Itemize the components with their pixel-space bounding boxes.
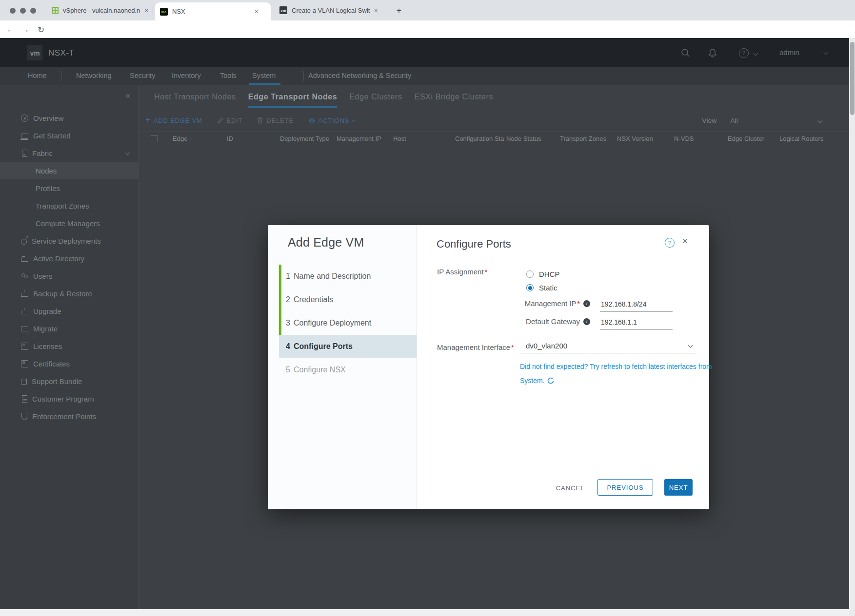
sidebar-item-get-started[interactable]: Get Started	[0, 127, 138, 144]
page-scrollbar[interactable]	[849, 38, 855, 616]
step-name-and-description[interactable]: 1Name and Description	[279, 265, 417, 288]
dialog-close-icon[interactable]: ×	[682, 236, 688, 247]
radio-selected-icon[interactable]	[526, 284, 534, 291]
help-icon[interactable]: ?	[739, 48, 749, 58]
sidebar-item-nodes[interactable]: Nodes	[0, 162, 138, 179]
default-gateway-input[interactable]: 192.168.1.1	[600, 318, 673, 330]
notifications-bell-icon[interactable]	[708, 48, 717, 59]
sidebar-item-licenses[interactable]: Licenses	[0, 337, 138, 355]
sidebar-item-profiles[interactable]: Profiles	[0, 179, 138, 197]
sidebar-item-customer-program[interactable]: Customer Program	[0, 390, 138, 407]
column-host[interactable]: Host	[393, 135, 406, 142]
sidebar-item-overview[interactable]: Overview	[0, 109, 138, 127]
sidebar-item-backup-restore[interactable]: Backup & Restore	[0, 285, 138, 302]
nav-item-networking[interactable]: Networking	[76, 72, 112, 79]
next-button[interactable]: NEXT	[664, 479, 693, 496]
window-close-button[interactable]	[10, 8, 16, 14]
column-node-status[interactable]: Node Status	[506, 135, 541, 142]
user-menu[interactable]: admin	[779, 48, 799, 57]
sidebar-item-migrate[interactable]: Migrate	[0, 320, 138, 337]
browser-tab-vlan-switch[interactable]: vm Create a VLAN Logical Switch | ×	[275, 0, 387, 20]
tab-close-icon[interactable]: ×	[374, 7, 378, 14]
column-deployment-type[interactable]: Deployment Type	[280, 135, 335, 142]
column-edge[interactable]: Edge ↑	[173, 135, 193, 142]
step-configure-ports[interactable]: 4Configure Ports	[279, 335, 417, 358]
tab-esxi-bridge-clusters[interactable]: ESXi Bridge Clusters	[415, 85, 493, 109]
delete-label: DELETE	[266, 117, 293, 124]
radio-unselected-icon[interactable]	[526, 270, 534, 278]
management-ip-input[interactable]: 192.168.1.8/24	[600, 300, 673, 312]
sidebar-item-service-deployments[interactable]: Service Deployments	[0, 232, 138, 250]
info-icon[interactable]: i	[583, 300, 590, 307]
column-edge-cluster[interactable]: Edge Cluster	[728, 135, 764, 142]
step-configure-deployment[interactable]: 3Configure Deployment	[279, 311, 417, 335]
column-id[interactable]: ID	[227, 135, 233, 142]
sidebar-item-label: Compute Managers	[36, 219, 100, 228]
sidebar-item-upgrade[interactable]: Upgrade	[0, 302, 138, 320]
sidebar-item-compute-managers[interactable]: Compute Managers	[0, 214, 138, 232]
refresh-interfaces-link[interactable]: Did not find expected? Try refresh to fe…	[520, 360, 715, 388]
browser-tab-nsx[interactable]: NSX NSX ×	[155, 2, 271, 20]
delete-button[interactable]: DELETE	[257, 117, 293, 124]
sidebar-item-fabric[interactable]: Fabric	[0, 144, 138, 162]
window-minimize-button[interactable]	[20, 8, 26, 14]
sidebar-item-users[interactable]: Users	[0, 267, 138, 285]
help-chevron-icon[interactable]	[754, 51, 758, 56]
vsphere-favicon-icon	[52, 7, 59, 14]
tab-host-transport-nodes[interactable]: Host Transport Nodes	[154, 85, 236, 109]
sort-ascending-icon: ↑	[189, 135, 193, 142]
nav-item-tools[interactable]: Tools	[220, 72, 237, 79]
window-zoom-button[interactable]	[30, 8, 36, 14]
view-dropdown-chevron-icon[interactable]	[818, 118, 823, 123]
nav-item-advanced[interactable]: Advanced Networking & Security	[308, 72, 411, 79]
sidebar-item-label: Certificates	[33, 360, 70, 368]
new-tab-button[interactable]: +	[393, 5, 405, 17]
tab-close-icon[interactable]: ×	[144, 7, 148, 14]
user-chevron-icon[interactable]	[824, 50, 829, 55]
nsx-favicon-icon: NSX	[160, 8, 168, 16]
info-icon[interactable]: i	[583, 318, 590, 325]
tab-close-icon[interactable]: ×	[255, 8, 258, 15]
static-radio-option[interactable]: Static	[526, 284, 557, 292]
actions-menu-button[interactable]: ACTIONS	[308, 117, 355, 124]
main-nav: Home Networking Security Inventory Tools…	[0, 67, 849, 85]
column-nsx-version[interactable]: NSX Version	[617, 135, 653, 142]
column-transport-zones[interactable]: Transport Zones	[560, 135, 606, 142]
tab-edge-transport-nodes[interactable]: Edge Transport Nodes	[248, 85, 338, 109]
dhcp-radio-option[interactable]: DHCP	[526, 270, 560, 278]
static-label: Static	[539, 284, 557, 292]
step-credentials[interactable]: 2Credentials	[279, 288, 417, 311]
column-configuration-state[interactable]: Configuration Sta	[455, 135, 504, 142]
management-interface-select[interactable]: dv0_vlan200	[520, 339, 696, 353]
step-heading: Configure Ports	[437, 238, 511, 250]
sidebar-collapse-icon[interactable]: «	[126, 91, 130, 100]
sidebar-item-active-directory[interactable]: Active Directory	[0, 250, 138, 267]
column-management-ip[interactable]: Management IP	[337, 135, 381, 142]
forward-icon[interactable]: →	[20, 24, 31, 36]
select-all-checkbox[interactable]	[151, 135, 158, 142]
dialog-help-icon[interactable]: ?	[665, 238, 675, 248]
refresh-icon[interactable]	[547, 377, 555, 385]
tab-edge-clusters[interactable]: Edge Clusters	[349, 85, 402, 109]
sidebar-item-enforcement-points[interactable]: Enforcement Points	[0, 407, 138, 425]
previous-button[interactable]: PREVIOUS	[597, 479, 653, 496]
scrollbar-thumb[interactable]	[850, 42, 855, 115]
browser-tab-vsphere[interactable]: vSphere - vulcain.naoned.net - ×	[47, 0, 153, 20]
reload-icon[interactable]: ↻	[35, 24, 47, 36]
sidebar-item-certificates[interactable]: Certificates	[0, 355, 138, 372]
cancel-button[interactable]: CANCEL	[550, 481, 591, 495]
column-logical-routers[interactable]: Logical Routers	[779, 135, 823, 142]
nav-item-security[interactable]: Security	[130, 72, 155, 79]
view-value-dropdown[interactable]: All	[730, 117, 738, 124]
nav-item-system[interactable]: System	[252, 72, 276, 79]
search-icon[interactable]	[681, 48, 690, 59]
back-icon[interactable]: ←	[5, 24, 17, 36]
window-controls[interactable]	[10, 8, 36, 14]
edit-button[interactable]: EDIT	[217, 117, 243, 124]
sidebar-item-transport-zones[interactable]: Transport Zones	[0, 197, 138, 214]
add-edge-vm-button[interactable]: +ADD EDGE VM	[145, 116, 202, 125]
sidebar-item-support-bundle[interactable]: Support Bundle	[0, 372, 138, 390]
column-nvds[interactable]: N-VDS	[674, 135, 694, 142]
nav-item-inventory[interactable]: Inventory	[172, 72, 201, 79]
nav-item-home[interactable]: Home	[28, 72, 47, 79]
